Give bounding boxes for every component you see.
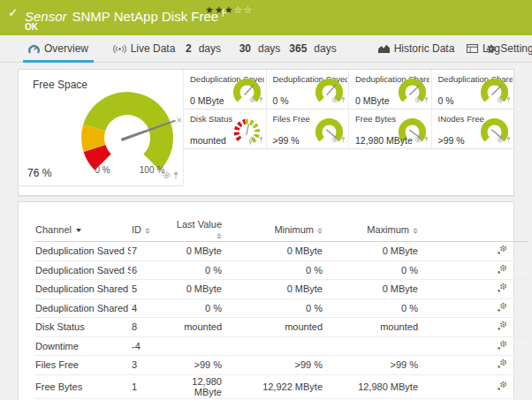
channel-name-cell[interactable]: Deduplication Saved Sp... [34,260,131,280]
status-ok-check-icon: ✓ [8,5,19,19]
channel-gauge-tile[interactable]: INodes Free >99 % [431,109,514,149]
page-title: SNMP NetApp Disk Free [72,9,219,24]
star-filled-icons[interactable]: ★★★ [205,4,234,15]
channel-settings-icon[interactable] [497,321,507,333]
channel-settings-icon[interactable] [497,245,507,257]
channel-row[interactable]: Disk Status 8 mounted mounted mounted [34,318,528,337]
live-icon [113,44,126,54]
tab-overview[interactable]: Overview [23,35,94,62]
channel-row[interactable]: Deduplication Shared S... 5 0 MByte 0 MB… [34,280,528,299]
channel-row[interactable]: Deduplication Saved Sp... 6 0 % 0 % 0 % [34,260,528,280]
channel-gauge-tile[interactable]: Deduplication Saved S... [266,70,349,109]
tab-30-days[interactable]: 30days [239,35,281,62]
channel-last-value-cell: 12,980 MByte [172,374,223,398]
channel-row[interactable]: Files Free 3 >99 % >99 % >99 % [34,356,528,375]
status-badge: OK [25,22,38,32]
channel-minimum-cell: >99 % [223,356,323,375]
sensor-title-line: SensorSNMP NetApp Disk Free [25,4,229,24]
channel-id-cell: 4 [131,298,172,318]
channel-gauge-tile[interactable]: Files Free >99 % [266,109,349,149]
channel-settings-icon[interactable] [497,264,507,276]
channel-id-cell: 8 [131,318,172,337]
tab-live-data[interactable]: Live Data [111,35,177,62]
column-header-maximum[interactable]: Maximum [323,218,419,242]
channel-name-cell[interactable]: Deduplication Shared S... [34,298,131,318]
channel-row[interactable]: Deduplication Saved Sp... 7 0 MByte 0 MB… [34,242,528,261]
tab-365-days[interactable]: 365days [286,35,339,62]
channel-name-cell[interactable]: Downtime [34,336,131,356]
channel-minimum-cell: 0 MByte [223,280,323,299]
gauge-settings-gear-icon[interactable] [331,131,338,147]
tab-settings[interactable]: Settings [493,35,532,62]
gauge-settings-gear-icon[interactable] [163,167,171,183]
column-header-minimum[interactable]: Minimum [223,218,323,242]
gauge-settings-gear-icon[interactable] [414,91,422,107]
column-header-channel[interactable]: Channel [34,218,131,242]
channel-row[interactable]: Deduplication Shared S... 4 0 % 0 % 0 % [34,298,528,318]
channel-id-cell: 7 [131,242,172,261]
column-header-id[interactable]: ID [131,218,172,242]
gauge-pin-icon[interactable] [173,167,179,183]
channel-gauge-value: 0 MByte [190,95,224,106]
gauge-pin-icon[interactable] [341,91,346,107]
star-empty-icons[interactable]: ☆☆ [234,4,254,15]
column-header-last-value[interactable]: Last Value [172,218,223,242]
channel-maximum-cell: 0 MByte [323,242,419,261]
gauge-pin-icon[interactable] [259,91,263,107]
gauge-settings-gear-icon[interactable] [497,91,504,107]
gauge-settings-gear-icon[interactable] [414,131,422,147]
gauge-pin-icon[interactable] [341,131,346,147]
gauge-settings-gear-icon[interactable] [331,91,338,107]
channel-settings-icon[interactable] [497,302,507,314]
channel-name-cell[interactable]: Disk Status [34,318,131,337]
channel-name-cell[interactable]: Files Free [34,356,131,375]
sort-both-icon [317,228,323,235]
channel-gauge-tile[interactable]: Deduplication Saved S... [183,70,266,109]
gauge-pin-icon[interactable] [424,131,429,147]
gauge-pin-icon[interactable] [506,91,511,107]
sort-both-icon [413,228,418,235]
channel-gauge-tile[interactable]: Free Bytes 12,980 MByte [348,109,431,149]
channel-table-panel: Channel ID Last Value Minimum Maximum De… [18,201,514,400]
channel-minimum-cell: mounted [223,318,323,337]
gauge-pin-icon[interactable] [506,131,511,147]
tab-historic-data[interactable]: Historic Data [371,35,461,62]
channel-minimum-cell: 0 % [223,298,323,318]
channel-gauge-tile[interactable]: Disk Status mounted [183,109,266,149]
channel-last-value-cell: mounted [172,318,223,337]
channel-settings-icon[interactable] [497,381,507,393]
gauge-settings-gear-icon[interactable] [497,131,504,147]
channel-maximum-cell: mounted [323,318,419,337]
channel-row[interactable]: Free Bytes 1 12,980 MByte 12,922 MByte 1… [34,374,528,398]
channel-maximum-cell: 0 % [323,298,419,318]
channel-gauge-grid: Deduplication Saved S... [183,70,513,149]
channel-gauge-tile[interactable]: Deduplication Shared ... [348,70,431,109]
channel-row[interactable]: Downtime -4 [34,336,528,356]
channel-gauge-value: >99 % [273,135,300,146]
channel-id-cell: 6 [131,260,172,280]
gear-icon [486,44,496,54]
channel-settings-icon[interactable] [497,358,507,371]
gauge-scale-min: 0 % [89,165,116,175]
channel-settings-icon[interactable] [497,340,507,352]
channel-gauge-value: mounted [190,135,226,146]
gauge-settings-gear-icon[interactable] [249,91,256,107]
channel-table-body: Deduplication Saved Sp... 7 0 MByte 0 MB… [34,242,528,400]
channel-gauge-tile[interactable]: Deduplication Shared ... [431,70,514,109]
gauge-tile-free-space[interactable]: Free Space 76 % 0 % 100 % [19,70,184,186]
channel-minimum-cell: 0 % [223,260,323,280]
tab-2-days[interactable]: 2days [184,35,223,62]
channel-name-cell[interactable]: Deduplication Saved Sp... [34,242,131,261]
channel-id-cell: 3 [131,356,172,375]
gauge-pin-icon[interactable] [424,91,429,107]
sensor-header: ✓ SensorSNMP NetApp Disk Free ★★★☆☆ OK [0,0,532,35]
priority-stars[interactable]: ★★★☆☆ [205,4,253,16]
channel-name-cell[interactable]: Free Bytes [34,374,131,398]
channel-gauge-value: 0 % [273,95,289,106]
channel-settings-icon[interactable] [497,283,507,295]
channel-id-cell: 5 [131,280,172,299]
gauge-settings-gear-icon[interactable] [249,131,256,147]
channel-name-cell[interactable]: Deduplication Shared S... [34,280,131,299]
gauge-pin-icon[interactable] [259,131,263,147]
chart-icon [378,44,390,53]
